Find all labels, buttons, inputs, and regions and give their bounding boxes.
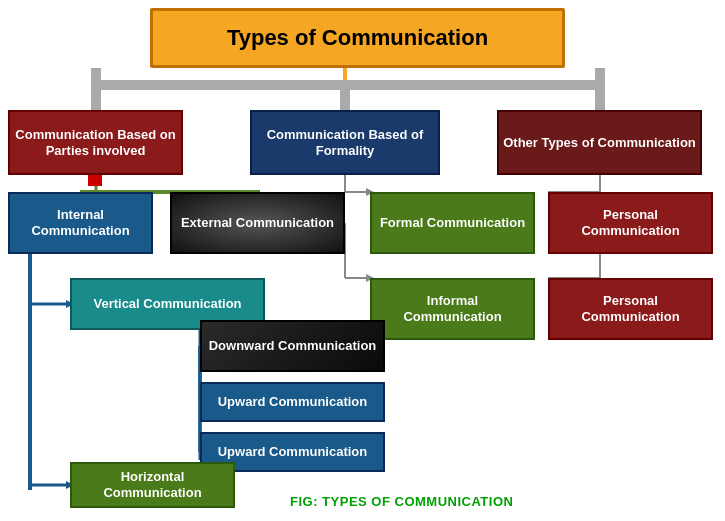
internal-box: Internal Communication — [8, 192, 153, 254]
horizontal-box: Horizontal Communication — [70, 462, 235, 508]
personal1-label: Personal Communication — [554, 207, 707, 238]
external-label: External Communication — [181, 215, 334, 231]
informal-box: Informal Communication — [370, 278, 535, 340]
formality-label: Communication Based of Formality — [256, 127, 434, 158]
internal-label: Internal Communication — [14, 207, 147, 238]
upward1-box: Upward Communication — [200, 382, 385, 422]
title-box: Types of Communication — [150, 8, 565, 68]
upward2-label: Upward Communication — [218, 444, 368, 460]
external-box: External Communication — [170, 192, 345, 254]
diagram: Types of Communication Communication Bas… — [0, 0, 725, 521]
horizontal-label: Horizontal Communication — [76, 469, 229, 500]
upward1-label: Upward Communication — [218, 394, 368, 410]
parties-box: Communication Based on Parties involved — [8, 110, 183, 175]
downward-label: Downward Communication — [209, 338, 377, 354]
downward-box: Downward Communication — [200, 320, 385, 372]
parties-label: Communication Based on Parties involved — [14, 127, 177, 158]
personal1-box: Personal Communication — [548, 192, 713, 254]
personal2-label: Personal Communication — [554, 293, 707, 324]
other-box: Other Types of Communication — [497, 110, 702, 175]
formal-box: Formal Communication — [370, 192, 535, 254]
vertical-label: Vertical Communication — [93, 296, 241, 312]
title-text: Types of Communication — [227, 25, 488, 51]
formality-box: Communication Based of Formality — [250, 110, 440, 175]
personal2-box: Personal Communication — [548, 278, 713, 340]
fig-caption: Fig: Types of Communication — [290, 494, 513, 509]
informal-label: Informal Communication — [376, 293, 529, 324]
formal-label: Formal Communication — [380, 215, 525, 231]
other-label: Other Types of Communication — [503, 135, 696, 151]
